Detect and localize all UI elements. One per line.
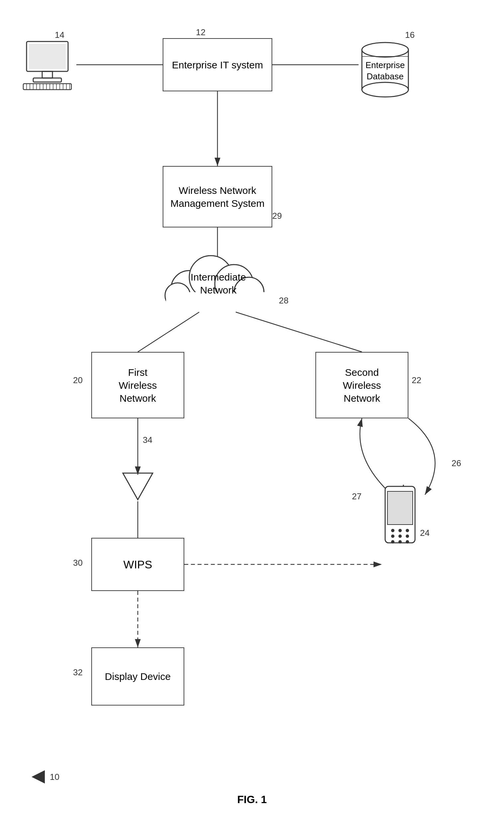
label-14: 14 xyxy=(55,30,64,40)
label-24: 24 xyxy=(420,528,430,538)
svg-rect-17 xyxy=(33,78,61,82)
svg-rect-46 xyxy=(387,491,413,524)
fig-label: FIG. 1 xyxy=(202,794,302,806)
database-icon: EnterpriseDatabase xyxy=(358,36,412,100)
svg-rect-16 xyxy=(42,71,53,78)
svg-point-34 xyxy=(362,42,408,57)
label-20: 20 xyxy=(73,375,83,385)
svg-point-55 xyxy=(399,540,402,543)
wnms-box: Wireless NetworkManagement System xyxy=(163,166,272,227)
label-27: 27 xyxy=(352,491,361,502)
svg-point-56 xyxy=(406,540,409,543)
svg-point-52 xyxy=(399,535,402,538)
wips-box: WIPS xyxy=(91,538,184,591)
svg-point-49 xyxy=(399,529,402,532)
label-26: 26 xyxy=(451,458,461,469)
display-device-label: Display Device xyxy=(105,670,171,683)
mobile-phone-icon xyxy=(380,485,420,551)
enterprise-it-label: Enterprise IT system xyxy=(172,58,263,71)
svg-line-8 xyxy=(138,312,199,352)
wnms-label: Wireless NetworkManagement System xyxy=(170,184,264,210)
second-wireless-label: SecondWirelessNetwork xyxy=(343,366,381,405)
label-29: 29 xyxy=(272,211,282,221)
first-wireless-box: FirstWirelessNetwork xyxy=(91,352,184,418)
intermediate-network-cloud: IntermediateNetwork xyxy=(159,246,277,312)
wips-label: WIPS xyxy=(124,557,152,572)
first-wireless-label: FirstWirelessNetwork xyxy=(119,366,157,405)
svg-point-35 xyxy=(362,82,408,97)
label-22: 22 xyxy=(412,375,421,385)
label-28: 28 xyxy=(279,295,288,306)
svg-marker-57 xyxy=(32,770,45,784)
svg-line-9 xyxy=(236,312,362,352)
figure-arrow-icon xyxy=(32,770,48,784)
antenna-icon xyxy=(121,472,154,501)
label-34: 34 xyxy=(143,435,152,445)
svg-point-50 xyxy=(406,529,409,532)
svg-marker-44 xyxy=(123,473,153,500)
label-10: 10 xyxy=(50,772,59,782)
svg-rect-18 xyxy=(23,84,71,90)
second-wireless-box: SecondWirelessNetwork xyxy=(315,352,408,418)
label-12: 12 xyxy=(196,27,206,37)
diagram-svg xyxy=(0,0,504,830)
svg-point-53 xyxy=(406,535,409,538)
svg-rect-15 xyxy=(29,44,66,69)
svg-point-48 xyxy=(391,529,395,532)
svg-point-51 xyxy=(391,535,395,538)
svg-point-54 xyxy=(391,540,395,543)
label-30: 30 xyxy=(73,558,83,568)
display-device-box: Display Device xyxy=(91,647,184,705)
label-16: 16 xyxy=(405,30,415,40)
diagram-container: 14 Enterprise IT system 12 EnterpriseDat… xyxy=(0,0,504,830)
enterprise-it-box: Enterprise IT system xyxy=(163,38,272,91)
label-32: 32 xyxy=(73,667,83,678)
computer-icon xyxy=(18,40,76,91)
